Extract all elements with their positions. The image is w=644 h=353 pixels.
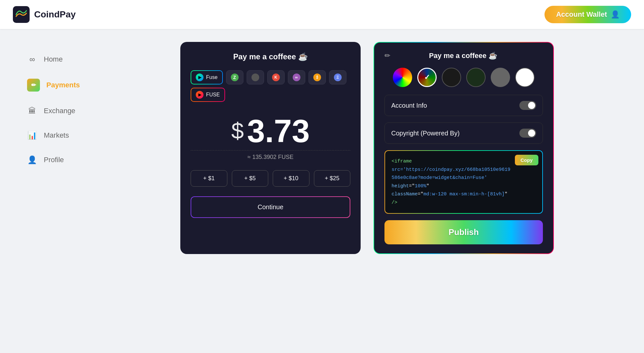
continue-button[interactable]: Continue [191, 196, 350, 218]
token-tabs: ▶ Fuse Z K ∞ ₿ Ξ [191, 70, 350, 102]
swatch-dark-green[interactable] [466, 68, 486, 87]
swatch-dark-rainbow[interactable] [417, 68, 437, 87]
karma-icon: K [272, 74, 280, 81]
sidebar-item-markets[interactable]: 📊 Markets [19, 124, 109, 146]
markets-icon: 📊 [27, 130, 37, 141]
sidebar-label-exchange: Exchange [44, 107, 75, 115]
account-info-label: Account Info [391, 102, 427, 109]
swatch-medium-grey[interactable] [491, 68, 510, 87]
token-tab-karma[interactable]: K [267, 70, 285, 84]
logo-area: CoindPay [13, 6, 76, 23]
z2-icon: Z [231, 74, 239, 81]
token-label-fuse2: FUSE [206, 92, 220, 98]
sidebar: ∞ Home ✏ Payments 🏛 Exchange 📊 Markets 👤… [19, 42, 109, 254]
copyright-label: Copyright (Powered By) [391, 130, 459, 137]
copy-button[interactable]: Copy [515, 155, 539, 165]
token-label-fuse1: Fuse [206, 74, 218, 80]
sidebar-label-markets: Markets [44, 131, 69, 140]
profile-icon: 👤 [27, 155, 37, 165]
quick-btn-10[interactable]: + $10 [273, 170, 309, 187]
fuse1-icon: ▶ [196, 74, 204, 81]
header: CoindPay Account Wallet 👤 [0, 0, 644, 29]
edit-header: ✏ Pay me a coffeee ☕ [384, 52, 543, 60]
quick-amounts: + $1 + $5 + $10 + $25 [191, 170, 350, 187]
swatch-white[interactable] [515, 68, 535, 87]
token-tab-fuse1[interactable]: ▶ Fuse [191, 70, 223, 84]
sidebar-item-profile[interactable]: 👤 Profile [19, 149, 109, 171]
user-icon: 👤 [611, 10, 620, 19]
swatch-rainbow[interactable] [393, 68, 412, 87]
preview-title: Pay me a coffeee ☕ [191, 52, 350, 61]
fuse2-icon: ▶ [196, 91, 204, 99]
edit-pencil-icon[interactable]: ✏ [384, 52, 390, 60]
quick-btn-5[interactable]: + $5 [232, 170, 269, 187]
token-tab-z2[interactable]: Z [226, 70, 243, 84]
currency-symbol: $ [231, 120, 244, 142]
amount-value: 3.73 [247, 115, 310, 147]
payments-icon: ✏ [27, 79, 40, 92]
preview-card: Pay me a coffeee ☕ ▶ Fuse Z K ∞ [180, 42, 361, 254]
edit-title: Pay me a coffeee ☕ [429, 52, 497, 60]
grey-icon [251, 74, 259, 81]
sidebar-item-payments[interactable]: ✏ Payments [19, 73, 109, 97]
token-tab-inf[interactable]: ∞ [288, 70, 305, 84]
eth-icon: Ξ [334, 74, 342, 81]
account-wallet-label: Account Wallet [556, 10, 607, 19]
quick-btn-1[interactable]: + $1 [191, 170, 227, 187]
account-info-row: Account Info [384, 95, 543, 116]
code-content: <iframe src='https://coindpay.xyz/668ba1… [392, 157, 536, 207]
sidebar-label-profile: Profile [44, 156, 64, 164]
copyright-row: Copyright (Powered By) [384, 123, 543, 144]
publish-button[interactable]: Publish [384, 220, 543, 244]
copyright-toggle[interactable] [519, 129, 536, 138]
token-tab-fuse2[interactable]: ▶ FUSE [191, 88, 225, 102]
quick-btn-25[interactable]: + $25 [314, 170, 351, 187]
color-swatches [384, 68, 543, 87]
content-area: Pay me a coffeee ☕ ▶ Fuse Z K ∞ [109, 42, 625, 254]
account-info-toggle[interactable] [519, 101, 536, 110]
token-tab-btc[interactable]: ₿ [308, 70, 326, 84]
amount-main: $ 3.73 [191, 115, 350, 147]
account-wallet-button[interactable]: Account Wallet 👤 [545, 6, 631, 23]
amount-display: $ 3.73 ≈ 135.3902 FUSE [191, 115, 350, 161]
home-icon: ∞ [27, 54, 37, 64]
swatch-black[interactable] [442, 68, 461, 87]
edit-panel: ✏ Pay me a coffeee ☕ Account Info Copy [374, 42, 554, 254]
token-tab-eth[interactable]: Ξ [329, 70, 346, 84]
sidebar-item-home[interactable]: ∞ Home [19, 48, 109, 70]
sidebar-label-home: Home [44, 55, 63, 64]
sidebar-item-exchange[interactable]: 🏛 Exchange [19, 100, 109, 122]
inf-icon: ∞ [293, 74, 300, 81]
logo-text: CoindPay [34, 9, 76, 20]
token-tab-grey[interactable] [247, 70, 264, 84]
exchange-icon: 🏛 [27, 106, 37, 116]
amount-equiv: ≈ 135.3902 FUSE [191, 150, 350, 161]
code-block: Copy <iframe src='https://coindpay.xyz/6… [384, 150, 543, 214]
btc-icon: ₿ [313, 74, 321, 81]
main-layout: ∞ Home ✏ Payments 🏛 Exchange 📊 Markets 👤… [0, 29, 644, 267]
logo-icon [13, 6, 30, 23]
sidebar-label-payments: Payments [46, 81, 80, 89]
